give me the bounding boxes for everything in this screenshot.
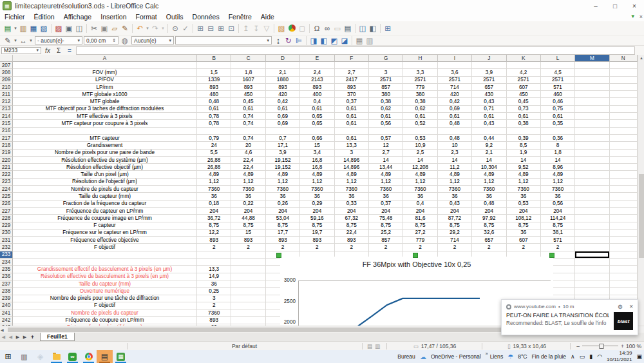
cell-L224[interactable]: 7360: [541, 186, 575, 193]
next-sheet-button[interactable]: ▶: [14, 335, 21, 340]
cell-M210[interactable]: [575, 84, 609, 91]
cell-L216[interactable]: [541, 128, 575, 135]
show-draw-functions-icon[interactable]: ⊞: [383, 23, 393, 34]
cell-E208[interactable]: 2,4: [300, 69, 334, 76]
row-header-224[interactable]: 224: [0, 186, 13, 193]
cell-K208[interactable]: 4,2: [507, 69, 541, 76]
cell-B210[interactable]: 893: [197, 84, 231, 91]
cell-D219[interactable]: 3,9: [266, 150, 300, 157]
cell-H212[interactable]: 0,38: [403, 98, 437, 105]
forward-one-icon[interactable]: ◧: [319, 35, 329, 46]
line-color-dropdown-icon[interactable]: ▾: [13, 35, 18, 46]
cell-I209[interactable]: 2571: [438, 77, 472, 84]
cell-G223[interactable]: 1,12: [369, 179, 403, 186]
insert-row-above-icon[interactable]: ⊞: [195, 23, 205, 34]
cell-B208[interactable]: 1,5: [197, 69, 231, 76]
cell-N211[interactable]: [610, 91, 638, 98]
cell-M228[interactable]: [575, 215, 609, 222]
cell-G216[interactable]: [369, 128, 403, 135]
cell-B229[interactable]: 8,75: [197, 222, 231, 230]
cell-G228[interactable]: 75,48: [369, 215, 403, 222]
cell-G207[interactable]: [369, 62, 403, 69]
cell-B219[interactable]: 5,5: [197, 150, 231, 157]
cell-K221[interactable]: 9,52: [507, 164, 541, 171]
cell-I228[interactable]: 87,72: [438, 215, 472, 222]
cell-E224[interactable]: 7360: [300, 186, 334, 193]
cell-G226[interactable]: 0,37: [369, 201, 403, 208]
cell-G222[interactable]: 4,89: [369, 171, 403, 178]
cell-G210[interactable]: 857: [369, 84, 403, 91]
cell-K210[interactable]: 607: [507, 84, 541, 91]
add-sheet-button[interactable]: +: [28, 334, 37, 340]
cell-E210[interactable]: 893: [300, 84, 334, 91]
cell-C241[interactable]: [231, 309, 265, 317]
cell-N229[interactable]: [610, 222, 638, 230]
cell-M218[interactable]: [575, 142, 609, 149]
cell-G217[interactable]: 0,57: [369, 135, 403, 142]
cell-A237[interactable]: Taille du capteur (mm): [13, 280, 197, 288]
row-header-237[interactable]: 237: [0, 280, 13, 288]
equals-icon[interactable]: =: [65, 47, 74, 54]
column-header-N[interactable]: N: [610, 55, 638, 62]
dropbox-icon[interactable]: ◈: [32, 350, 48, 363]
cell-K225[interactable]: 36: [507, 193, 541, 200]
row-header-236[interactable]: 236: [0, 273, 13, 280]
cell-C230[interactable]: 15: [231, 230, 265, 237]
cell-I220[interactable]: 14: [438, 157, 472, 164]
cell-D232[interactable]: 2: [266, 244, 300, 251]
cell-B213[interactable]: 0,61: [197, 106, 231, 113]
area-fill-select[interactable]: ▾: [175, 36, 272, 44]
menu-format[interactable]: Format: [131, 13, 162, 21]
cell-M237[interactable]: [575, 280, 609, 288]
cell-M230[interactable]: [575, 230, 609, 237]
cell-A220[interactable]: Résolution effective du système (µm): [13, 157, 197, 164]
cell-F232[interactable]: 2: [335, 244, 369, 251]
cell-E214[interactable]: 0,65: [300, 113, 334, 120]
cell-E226[interactable]: 0,29: [300, 201, 334, 208]
gear-icon[interactable]: ⚙: [618, 304, 623, 310]
cell-G220[interactable]: 14: [369, 157, 403, 164]
cell-B216[interactable]: [197, 128, 231, 135]
cell-G218[interactable]: 12: [369, 142, 403, 149]
cell-F228[interactable]: 67,32: [335, 215, 369, 222]
cell-F230[interactable]: 22,4: [335, 230, 369, 237]
undo-dropdown-icon[interactable]: ▾: [145, 23, 150, 34]
arrow-style-icon[interactable]: ↔: [18, 35, 28, 46]
cell-C226[interactable]: 0,22: [231, 201, 265, 208]
cell-A240[interactable]: F objectif: [13, 302, 197, 309]
arrow-style-dropdown-icon[interactable]: ▾: [28, 35, 33, 46]
cell-H225[interactable]: 36: [403, 193, 437, 200]
cell-M208[interactable]: [575, 69, 609, 76]
column-header-H[interactable]: H: [403, 55, 437, 62]
cell-E230[interactable]: 19,7: [300, 230, 334, 237]
cell-E222[interactable]: 4,89: [300, 171, 334, 178]
cell-A228[interactable]: Fréquence de coupure image en LP/mm: [13, 215, 197, 222]
column-header-M[interactable]: M: [575, 55, 609, 62]
row-header-210[interactable]: 210: [0, 84, 13, 91]
cell-I226[interactable]: 0,43: [438, 201, 472, 208]
start-button[interactable]: ⊞: [0, 350, 16, 363]
row-header-211[interactable]: 211: [0, 91, 13, 98]
row-header-219[interactable]: 219: [0, 150, 13, 157]
save-icon[interactable]: ▦: [28, 23, 39, 34]
cell-G209[interactable]: 2571: [369, 77, 403, 84]
cell-A215[interactable]: MTF capteur pour coupure à 3 pixels: [13, 120, 197, 127]
cell-N236[interactable]: [610, 273, 638, 280]
cell-H219[interactable]: 2,5: [403, 150, 437, 157]
cell-A223[interactable]: Résolution de l'objectif (µm): [13, 179, 197, 186]
cell-K227[interactable]: 204: [507, 208, 541, 215]
cell-J208[interactable]: 3,9: [472, 69, 506, 76]
cell-F223[interactable]: 1,12: [335, 179, 369, 186]
cell-A213[interactable]: MTF objectif pour 3 taches de diffractio…: [13, 106, 197, 113]
cell-N214[interactable]: [610, 113, 638, 120]
cell-F227[interactable]: 204: [335, 208, 369, 215]
cell-A219[interactable]: Nombre de pixels pour une paire de bande: [13, 150, 197, 157]
insert-draw-icon[interactable]: ◻: [297, 23, 307, 34]
cell-J222[interactable]: 4,89: [472, 171, 506, 178]
cell-B211[interactable]: 480: [197, 91, 231, 98]
cell-H231[interactable]: 779: [403, 237, 437, 244]
row-header-228[interactable]: 228: [0, 215, 13, 222]
cell-N220[interactable]: [610, 157, 638, 164]
cell-N235[interactable]: [610, 266, 638, 273]
cell-F226[interactable]: 0,33: [335, 201, 369, 208]
